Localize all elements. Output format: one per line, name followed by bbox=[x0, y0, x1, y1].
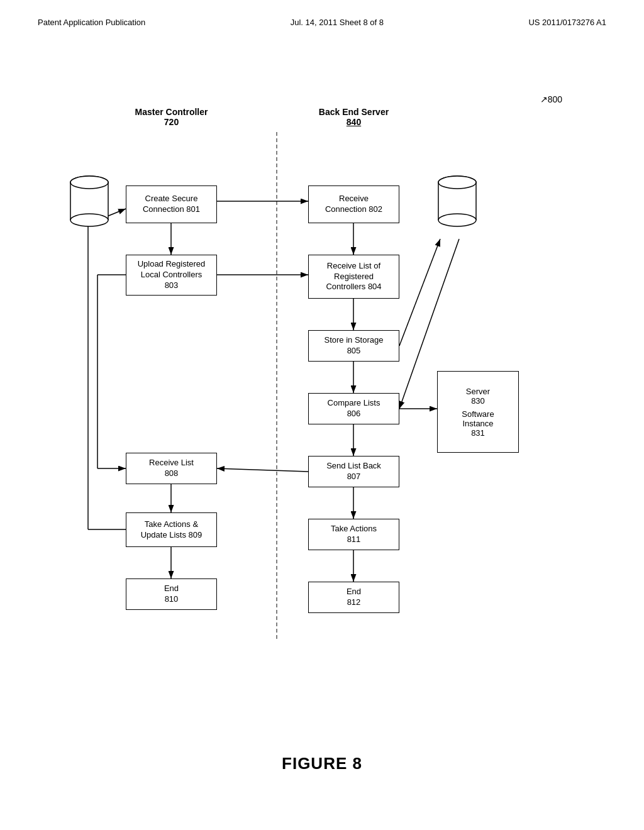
svg-point-30 bbox=[70, 176, 108, 189]
col-label-backend: Back End Server 840 bbox=[299, 107, 409, 127]
box-811: Take Actions811 bbox=[308, 519, 399, 550]
box-808: Receive List808 bbox=[126, 453, 217, 484]
diagram: ↗800 Master Controller 720 Back End Serv… bbox=[0, 63, 644, 792]
header-left: Patent Application Publication bbox=[38, 18, 145, 27]
box-807: Send List Back807 bbox=[308, 456, 399, 487]
box-805: Store in Storage805 bbox=[308, 330, 399, 362]
box-806: Compare Lists806 bbox=[308, 393, 399, 424]
header-right: US 2011/0173276 A1 bbox=[528, 18, 606, 27]
box-812: End812 bbox=[308, 582, 399, 613]
ref-800: ↗800 bbox=[540, 94, 562, 104]
box-801: Create SecureConnection 801 bbox=[126, 185, 217, 223]
right-cylinder: 711 bbox=[437, 175, 478, 234]
svg-point-36 bbox=[438, 214, 476, 226]
diagram-arrows bbox=[0, 63, 644, 792]
header: Patent Application Publication Jul. 14, … bbox=[0, 18, 644, 27]
box-803: Upload RegisteredLocal Controllers803 bbox=[126, 255, 217, 296]
header-center: Jul. 14, 2011 Sheet 8 of 8 bbox=[291, 18, 384, 27]
svg-point-29 bbox=[70, 214, 108, 226]
box-804: Receive List ofRegisteredControllers 804 bbox=[308, 255, 399, 299]
svg-line-9 bbox=[399, 239, 440, 346]
box-802: ReceiveConnection 802 bbox=[308, 185, 399, 223]
page: Patent Application Publication Jul. 14, … bbox=[0, 0, 644, 830]
svg-line-14 bbox=[217, 468, 308, 472]
figure-label: FIGURE 8 bbox=[282, 754, 362, 773]
svg-point-37 bbox=[438, 176, 476, 189]
col-label-master: Master Controller 720 bbox=[116, 107, 226, 127]
box-810: End810 bbox=[126, 578, 217, 610]
left-cylinder: 711 bbox=[69, 175, 110, 234]
server-box: Server830 SoftwareInstance831 bbox=[437, 371, 519, 453]
box-809: Take Actions &Update Lists 809 bbox=[126, 512, 217, 547]
